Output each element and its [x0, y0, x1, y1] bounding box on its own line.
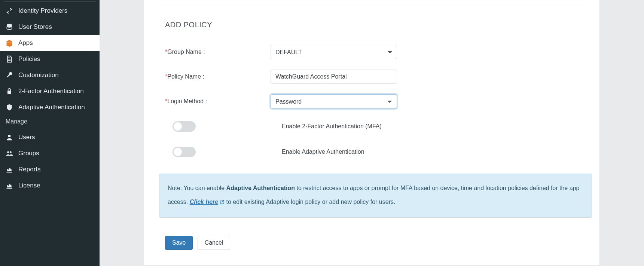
sidebar-item-reports[interactable]: Reports: [0, 161, 100, 177]
label-policy-name: *Policy Name :: [165, 73, 271, 80]
toggle-knob: [174, 148, 182, 156]
sidebar-item-label: License: [18, 182, 40, 189]
svg-point-3: [10, 151, 12, 153]
sidebar-section-manage: Manage: [0, 115, 100, 127]
sidebar-divider: [4, 128, 96, 128]
page-title: ADD POLICY: [144, 4, 599, 40]
sidebar-item-2fa[interactable]: 2-Factor Authentication: [0, 83, 100, 99]
chart-icon: [6, 166, 18, 173]
row-toggle-mfa: Enable 2-Factor Authentication (MFA): [144, 114, 599, 139]
label-group-name: *Group Name :: [165, 49, 271, 55]
save-button[interactable]: Save: [165, 236, 193, 250]
sidebar-item-label: 2-Factor Authentication: [18, 88, 84, 95]
external-link-icon: [219, 196, 225, 210]
sidebar-item-label: Policies: [18, 55, 40, 63]
main-content: ADD POLICY *Group Name : DEFAULT *Policy…: [100, 0, 644, 266]
box-icon: [6, 39, 18, 47]
row-toggle-adaptive: Enable Adaptive Authentication: [144, 139, 599, 165]
chart-icon: [6, 182, 18, 189]
sidebar-item-apps[interactable]: Apps: [0, 35, 100, 51]
sidebar-item-users[interactable]: Users: [0, 129, 100, 145]
login-method-select[interactable]: Password: [271, 94, 397, 108]
shield-icon: [6, 104, 18, 111]
group-name-select[interactable]: DEFAULT: [271, 45, 397, 59]
sidebar-item-policies[interactable]: Policies: [0, 51, 100, 67]
sidebar: Identity Providers User Stores Apps Poli…: [0, 0, 100, 266]
sidebar-item-license[interactable]: License: [0, 177, 100, 193]
toggle-adaptive[interactable]: [173, 147, 196, 157]
sidebar-item-label: Apps: [18, 39, 33, 47]
sidebar-item-label: Groups: [18, 150, 39, 157]
sidebar-item-identity-providers[interactable]: Identity Providers: [0, 3, 100, 19]
cancel-button[interactable]: Cancel: [198, 236, 231, 250]
document-icon: [6, 55, 18, 63]
sidebar-divider: [4, 1, 96, 2]
toggle-knob: [174, 122, 182, 131]
sidebar-item-label: Adaptive Authentication: [18, 104, 85, 111]
row-group-name: *Group Name : DEFAULT: [144, 40, 599, 64]
sidebar-item-user-stores[interactable]: User Stores: [0, 19, 100, 35]
users-icon: [6, 150, 18, 157]
policy-name-input[interactable]: [271, 70, 397, 84]
sidebar-item-groups[interactable]: Groups: [0, 145, 100, 161]
lock-icon: [6, 88, 18, 95]
sidebar-item-label: Identity Providers: [18, 7, 67, 15]
label-toggle-mfa: Enable 2-Factor Authentication (MFA): [262, 123, 382, 130]
database-icon: [6, 23, 18, 31]
adaptive-note: Note: You can enable Adaptive Authentica…: [159, 174, 592, 218]
toggle-mfa[interactable]: [173, 121, 196, 132]
svg-point-2: [7, 151, 9, 153]
sidebar-item-label: Reports: [18, 166, 41, 173]
row-policy-name: *Policy Name :: [144, 64, 599, 89]
adaptive-note-link[interactable]: Click here: [190, 199, 218, 205]
button-row: Save Cancel: [144, 218, 599, 250]
sidebar-item-label: Users: [18, 134, 35, 141]
sidebar-item-customization[interactable]: Customization: [0, 67, 100, 83]
sidebar-item-adaptive-auth[interactable]: Adaptive Authentication: [0, 99, 100, 115]
label-login-method: *Login Method :: [165, 98, 271, 105]
form-card: ADD POLICY *Group Name : DEFAULT *Policy…: [144, 0, 600, 265]
swap-icon: [6, 7, 18, 15]
row-login-method: *Login Method : Password: [144, 89, 599, 114]
svg-point-1: [8, 135, 11, 137]
wrench-icon: [6, 71, 18, 79]
label-toggle-adaptive: Enable Adaptive Authentication: [262, 149, 364, 155]
sidebar-item-label: Customization: [18, 71, 59, 79]
sidebar-item-label: User Stores: [18, 23, 52, 31]
user-icon: [6, 134, 18, 141]
